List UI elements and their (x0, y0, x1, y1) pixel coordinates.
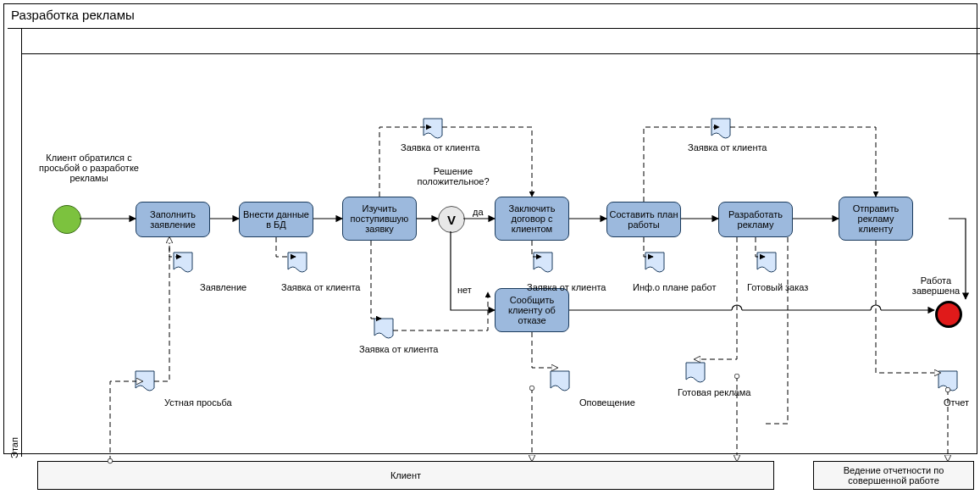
lane-label: Этап (7, 52, 22, 458)
doc-label-request-2: Заявка от клиента (359, 344, 438, 354)
gateway-decision: V (438, 206, 465, 233)
doc-label-ready-ad: Готовая реклама (678, 387, 750, 397)
end-event (935, 301, 962, 328)
doc-label-ready-order: Готовый заказ (747, 282, 808, 292)
gateway-mark: V (447, 213, 456, 227)
participant-label: Клиент (390, 470, 421, 480)
doc-label-verbal-request: Устная просьба (164, 397, 232, 408)
task-label: Заключить договор с клиентом (497, 203, 567, 234)
participant-client: Клиент (37, 461, 774, 490)
doc-label-plan-info: Инф.о плане работ (633, 282, 716, 292)
task-label: Разработать рекламу (721, 209, 790, 230)
gateway-label: Решение положительное? (407, 166, 500, 186)
task-review-request: Изучить поступившую заявку (342, 197, 417, 241)
doc-label-request-5: Заявка от клиента (688, 142, 767, 153)
end-event-label: Работа завершена (902, 275, 970, 296)
task-label: Сообщить клиенту об отказе (497, 295, 567, 325)
lane-divider-header (21, 53, 980, 54)
task-label: Внести данные в БД (241, 209, 311, 230)
doc-label-request-1: Заявка от клиента (281, 282, 360, 292)
task-enter-db: Внести данные в БД (239, 202, 313, 237)
doc-label-report: Отчет (944, 397, 969, 408)
flow-no-label: нет (457, 285, 472, 295)
participant-label: Ведение отчетности по совершенной работе (814, 465, 973, 486)
task-label: Отправить рекламу клиенту (841, 203, 911, 234)
task-label: Составить план работы (609, 209, 678, 230)
task-plan-work: Составить план работы (606, 202, 681, 237)
task-develop-ad: Разработать рекламу (718, 202, 793, 237)
doc-label-request-4: Заявка от клиента (527, 282, 606, 292)
task-label: Изучить поступившую заявку (345, 203, 414, 234)
participant-reporting: Ведение отчетности по совершенной работе (813, 461, 974, 490)
start-event (53, 205, 81, 234)
doc-label-request-3: Заявка от клиента (401, 142, 479, 153)
flow-yes-label: да (473, 207, 484, 217)
doc-label-notification: Оповещение (579, 397, 635, 408)
doc-label-application: Заявление (200, 282, 246, 292)
task-fill-application: Заполнить заявление (136, 202, 210, 237)
lane-divider-top (8, 28, 980, 29)
task-send-ad: Отправить рекламу клиенту (839, 197, 913, 241)
start-event-label: Клиент обратился с просьбой о разработке… (34, 153, 144, 183)
pool-title: Разработка рекламы (11, 8, 135, 22)
task-inform-refusal: Сообщить клиенту об отказе (495, 288, 569, 332)
task-label: Заполнить заявление (138, 209, 208, 230)
task-sign-contract: Заключить договор с клиентом (495, 197, 569, 241)
